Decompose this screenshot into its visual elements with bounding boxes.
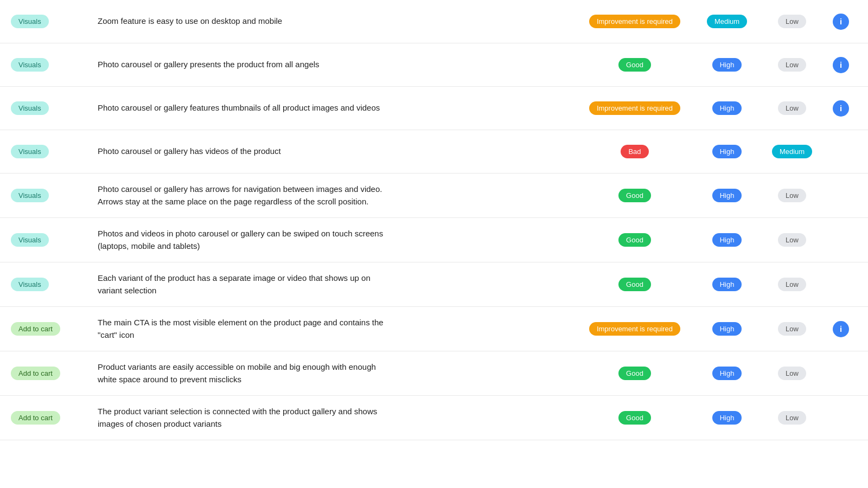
main-table: Visuals Zoom feature is easy to use on d… (0, 0, 868, 488)
col-description: Photo carousel or gallery presents the p… (98, 59, 575, 71)
col-priority: High (694, 322, 760, 336)
col-effort: Low (760, 233, 825, 247)
col-priority: High (694, 411, 760, 425)
table-row: Visuals Photo carousel or gallery has vi… (0, 130, 868, 174)
priority-badge: High (712, 58, 742, 72)
col-category: Add to cart (11, 411, 98, 425)
info-icon-placeholder (833, 277, 849, 293)
col-info: i (825, 14, 857, 30)
col-info: i (825, 321, 857, 337)
col-status: Improvement is required (575, 101, 694, 115)
effort-badge: Low (778, 278, 806, 291)
col-status: Improvement is required (575, 322, 694, 336)
table-row: Visuals Photo carousel or gallery presen… (0, 43, 868, 87)
col-status: Good (575, 233, 694, 247)
status-badge: Good (618, 58, 651, 72)
col-status: Good (575, 367, 694, 380)
col-description: Each variant of the product has a separa… (98, 272, 575, 297)
col-effort: Low (760, 367, 825, 380)
col-priority: High (694, 189, 760, 202)
col-status: Improvement is required (575, 15, 694, 28)
effort-badge: Low (778, 101, 806, 115)
priority-badge: High (712, 233, 742, 247)
col-info (825, 188, 857, 204)
col-info (825, 410, 857, 426)
col-effort: Low (760, 411, 825, 425)
col-description: Photo carousel or gallery has arrows for… (98, 183, 575, 208)
table-row: Add to cart The product variant selectio… (0, 396, 868, 440)
info-icon[interactable]: i (833, 57, 849, 73)
col-info (825, 144, 857, 160)
effort-badge: Low (778, 58, 806, 72)
col-priority: High (694, 278, 760, 291)
effort-badge: Low (778, 233, 806, 247)
col-info: i (825, 100, 857, 117)
category-badge: Visuals (11, 15, 49, 28)
info-icon-placeholder (833, 188, 849, 204)
priority-badge: High (712, 189, 742, 202)
col-info (825, 232, 857, 248)
effort-badge: Medium (772, 145, 812, 158)
status-badge: Bad (621, 145, 648, 158)
col-category: Visuals (11, 278, 98, 291)
info-icon[interactable]: i (833, 100, 849, 117)
col-category: Visuals (11, 233, 98, 247)
col-category: Visuals (11, 101, 98, 115)
status-badge: Good (618, 233, 651, 247)
col-info: i (825, 57, 857, 73)
col-description: Photos and videos in photo carousel or g… (98, 228, 575, 252)
table-row: Add to cart The main CTA is the most vis… (0, 307, 868, 351)
category-badge: Add to cart (11, 411, 60, 425)
col-priority: High (694, 101, 760, 115)
col-status: Good (575, 58, 694, 72)
col-status: Good (575, 278, 694, 291)
priority-badge: Medium (707, 15, 747, 28)
status-badge: Good (618, 189, 651, 202)
col-priority: High (694, 58, 760, 72)
col-status: Bad (575, 145, 694, 158)
priority-badge: High (712, 145, 742, 158)
effort-badge: Low (778, 322, 806, 336)
col-effort: Low (760, 278, 825, 291)
priority-badge: High (712, 411, 742, 425)
category-badge: Add to cart (11, 367, 60, 380)
col-effort: Low (760, 58, 825, 72)
col-category: Visuals (11, 15, 98, 28)
col-status: Good (575, 189, 694, 202)
info-icon-placeholder (833, 232, 849, 248)
col-description: Zoom feature is easy to use on desktop a… (98, 15, 575, 28)
col-description: The main CTA is the most visible element… (98, 317, 575, 341)
effort-badge: Low (778, 367, 806, 380)
info-icon-placeholder (833, 365, 849, 382)
category-badge: Visuals (11, 233, 49, 247)
category-badge: Visuals (11, 278, 49, 291)
status-badge: Good (618, 367, 651, 380)
col-description: Photo carousel or gallery has videos of … (98, 145, 575, 158)
col-description: Product variants are easily accessible o… (98, 361, 575, 386)
col-priority: High (694, 145, 760, 158)
priority-badge: High (712, 101, 742, 115)
col-category: Visuals (11, 145, 98, 158)
effort-badge: Low (778, 189, 806, 202)
table-row: Visuals Zoom feature is easy to use on d… (0, 0, 868, 43)
status-badge: Improvement is required (589, 15, 680, 28)
category-badge: Visuals (11, 189, 49, 202)
col-description: The product variant selection is connect… (98, 406, 575, 430)
info-icon[interactable]: i (833, 14, 849, 30)
status-badge: Improvement is required (589, 322, 680, 336)
category-badge: Visuals (11, 145, 49, 158)
status-badge: Good (618, 411, 651, 425)
category-badge: Add to cart (11, 322, 60, 336)
col-category: Visuals (11, 58, 98, 72)
table-row: Add to cart Product variants are easily … (0, 351, 868, 396)
col-priority: High (694, 367, 760, 380)
col-effort: Low (760, 101, 825, 115)
col-priority: Medium (694, 15, 760, 28)
info-icon-placeholder (833, 410, 849, 426)
table-row: Visuals Photo carousel or gallery has ar… (0, 174, 868, 218)
col-effort: Low (760, 322, 825, 336)
effort-badge: Low (778, 15, 806, 28)
col-category: Add to cart (11, 367, 98, 380)
table-row: Visuals Each variant of the product has … (0, 262, 868, 307)
info-icon[interactable]: i (833, 321, 849, 337)
